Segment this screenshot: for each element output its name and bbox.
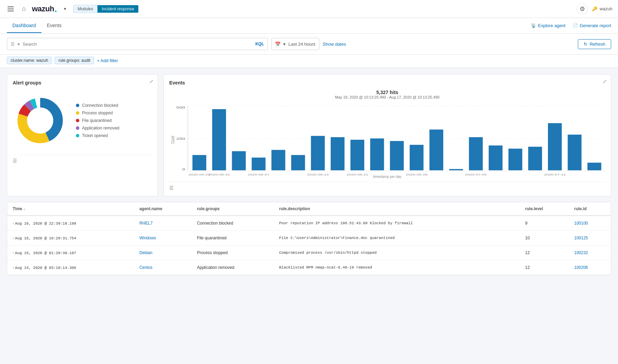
bar-17[interactable]	[528, 147, 542, 170]
filter-rule-groups[interactable]: rule.groups: audit	[55, 57, 94, 64]
agent-link-1[interactable]: Windows	[139, 236, 156, 240]
breadcrumb-modules[interactable]: Modules	[73, 5, 98, 13]
bar-label-0: 2020-05-24	[188, 173, 210, 176]
table-row: › Aug 16, 2020 @ 22:39:18.199 RHEL7 Conn…	[7, 216, 611, 231]
legend-item-file: File quarantined	[76, 118, 119, 123]
events-list-icon[interactable]: ☰	[169, 185, 174, 191]
bar-5[interactable]	[291, 155, 305, 170]
cell-time-1: › Aug 15, 2020 @ 16:29:31.754	[7, 231, 134, 246]
rule-id-link-1[interactable]: 100125	[574, 236, 588, 240]
filter-cluster[interactable]: cluster.name: wazuh	[7, 57, 52, 64]
refresh-button[interactable]: ↻ Refresh	[578, 39, 611, 49]
cell-rule-desc-0: Poor reputation IP address 196.52.43.89 …	[274, 216, 520, 231]
bar-8[interactable]	[351, 140, 364, 170]
alert-groups-legend: Connection blocked Process stopped File …	[76, 103, 119, 138]
events-table: Time ↓ agent.name rule.groups rule.descr…	[7, 202, 611, 275]
col-agent[interactable]: agent.name	[134, 202, 192, 216]
col-rule-groups[interactable]: rule.groups	[192, 202, 274, 216]
svg-text:Count: Count	[170, 136, 175, 144]
bar-2[interactable]	[232, 151, 246, 170]
add-filter-button[interactable]: + Add filter	[97, 58, 118, 63]
sort-icon-time: ↓	[23, 207, 25, 211]
svg-text:0: 0	[182, 167, 185, 171]
generate-report-button[interactable]: 📄 Generate report	[572, 23, 611, 28]
agent-link-3[interactable]: Centos	[139, 265, 152, 270]
show-dates-button[interactable]: Show dates	[323, 42, 346, 47]
col-time[interactable]: Time ↓	[7, 202, 134, 216]
legend-dot-file	[76, 119, 79, 122]
bar-15[interactable]	[489, 146, 502, 170]
legend-dot-app	[76, 126, 79, 130]
settings-button[interactable]: ⚙	[577, 3, 588, 14]
explore-agent-button[interactable]: 📡 Explore agent	[531, 23, 565, 28]
cell-time-3: › Aug 14, 2020 @ 03:10:14.366	[7, 260, 134, 275]
events-card: Events ⤢ 5,327 hits May 19, 2020 @ 10:13…	[163, 74, 611, 196]
tab-events[interactable]: Events	[42, 19, 67, 33]
wazuh-logo: wazuh.	[32, 4, 57, 14]
breadcrumb-incident[interactable]: Incident response	[98, 5, 138, 13]
events-footer: ☰	[169, 182, 605, 191]
bar-12[interactable]	[430, 129, 443, 170]
col-rule-id[interactable]: rule.id	[569, 202, 611, 216]
date-picker[interactable]: 📅 ▾ Last 24 hours	[271, 38, 319, 50]
bar-18[interactable]	[548, 123, 562, 170]
home-button[interactable]: ⌂	[20, 3, 28, 14]
hamburger-menu[interactable]	[5, 4, 16, 13]
donut-section: Connection blocked Process stopped File …	[13, 90, 152, 151]
bar-16[interactable]	[508, 149, 522, 170]
tab-dashboard[interactable]: Dashboard	[7, 19, 42, 33]
username: wazuh	[599, 6, 613, 11]
expand-row-3[interactable]: ›	[13, 265, 15, 270]
agent-link-0[interactable]: RHEL7	[139, 221, 153, 226]
bar-11[interactable]	[410, 145, 423, 170]
expand-events-icon[interactable]: ⤢	[603, 79, 607, 84]
table-row: › Aug 15, 2020 @ 01:20:38.187 Debian Pro…	[7, 246, 611, 260]
cell-rule-level-1: 10	[520, 231, 569, 246]
alert-groups-footer: ☰	[13, 155, 152, 163]
svg-text:500: 500	[176, 105, 185, 109]
bar-3[interactable]	[252, 158, 265, 170]
cell-rule-groups-1: File quarantined	[192, 231, 274, 246]
search-toggle-icon[interactable]: ☰	[11, 42, 15, 47]
main-content: Alert groups ⤢	[0, 68, 618, 282]
events-bar-chart: 500 250 0 Count 2020-05-242020-05-312020…	[169, 102, 605, 178]
rule-id-link-3[interactable]: 100206	[574, 265, 588, 270]
bar-0[interactable]	[192, 155, 206, 170]
user-menu[interactable]: 🔑 wazuh	[592, 6, 613, 11]
bar-14[interactable]	[469, 137, 483, 170]
col-rule-level[interactable]: rule.level	[520, 202, 569, 216]
bar-4[interactable]	[272, 150, 285, 170]
donut-chart	[13, 93, 68, 148]
rule-id-link-0[interactable]: 100100	[574, 221, 588, 226]
bar-20[interactable]	[587, 163, 601, 170]
app-dropdown[interactable]: ▾	[61, 5, 69, 13]
table-row: › Aug 14, 2020 @ 03:10:14.366 Centos App…	[7, 260, 611, 275]
bar-13[interactable]	[449, 169, 463, 170]
bar-10[interactable]	[390, 141, 404, 170]
bar-6[interactable]	[311, 136, 325, 170]
chevron-down-icon[interactable]: ▾	[18, 42, 20, 47]
sub-navigation: Dashboard Events 📡 Explore agent 📄 Gener…	[0, 18, 618, 34]
bar-7[interactable]	[331, 137, 344, 170]
top-nav-right: ⚙ 🔑 wazuh	[577, 3, 613, 14]
charts-row: Alert groups ⤢	[7, 74, 611, 196]
expand-row-2[interactable]: ›	[13, 251, 15, 255]
expand-alert-groups-icon[interactable]: ⤢	[149, 79, 153, 84]
col-rule-description[interactable]: rule.description	[274, 202, 520, 216]
expand-row-0[interactable]: ›	[13, 221, 15, 225]
cell-rule-level-0: 9	[520, 216, 569, 231]
refresh-icon: ↻	[584, 42, 587, 47]
agent-link-2[interactable]: Debian	[139, 250, 152, 255]
kql-badge[interactable]: KQL	[255, 42, 264, 46]
bar-1[interactable]	[212, 109, 226, 170]
alert-groups-list-icon[interactable]: ☰	[13, 158, 17, 163]
bar-9[interactable]	[370, 138, 384, 170]
bar-19[interactable]	[568, 135, 581, 170]
rule-id-link-2[interactable]: 100232	[574, 250, 588, 255]
cell-rule-id-1: 100125	[569, 231, 611, 246]
legend-item-process: Process stopped	[76, 111, 119, 115]
cell-rule-id-2: 100232	[569, 246, 611, 260]
expand-row-1[interactable]: ›	[13, 236, 15, 240]
alert-groups-card: Alert groups ⤢	[7, 74, 158, 196]
search-input[interactable]	[23, 42, 250, 47]
